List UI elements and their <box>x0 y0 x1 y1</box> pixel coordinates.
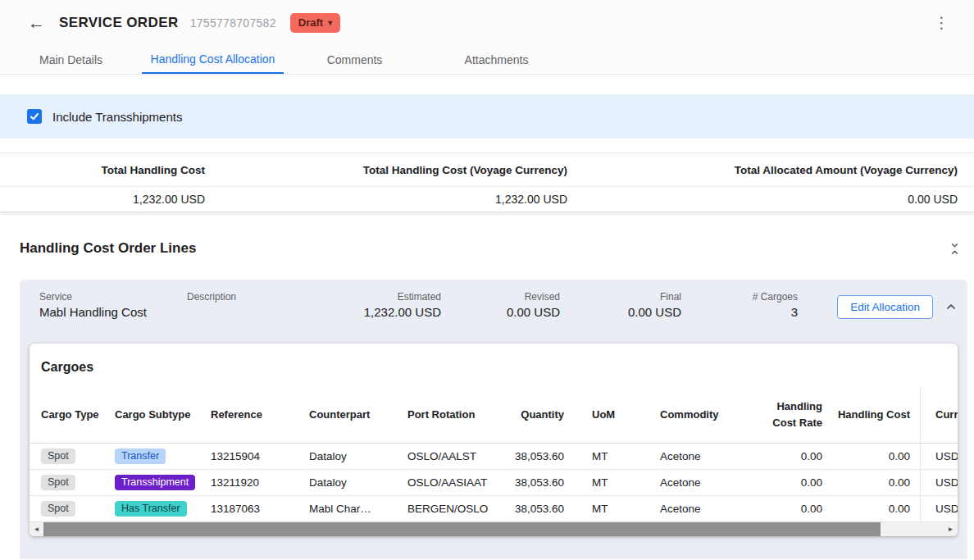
cell-reference: 13215904 <box>211 450 309 462</box>
cell-commodity: Acetone <box>660 450 767 462</box>
scroll-left-arrow-icon[interactable]: ◄ <box>30 522 43 536</box>
cell-cargo-type: Spot <box>41 448 115 464</box>
field-description-label: Description <box>187 291 326 303</box>
table-row[interactable]: Spot Has Transfer 13187063 Mabl Char… BE… <box>30 496 958 522</box>
tab-comments[interactable]: Comments <box>284 45 426 74</box>
cargoes-title: Cargoes <box>30 344 958 375</box>
cargo-subtype-badge: Transfer <box>115 448 166 464</box>
cell-quantity: 38,053.60 <box>506 450 578 462</box>
cell-handling-cost: 0.00 <box>832 450 920 462</box>
cell-cargo-type: Spot <box>41 501 115 517</box>
cell-handling-cost: 0.00 <box>832 476 920 489</box>
edit-allocation-button[interactable]: Edit Allocation <box>837 295 933 319</box>
cell-cargo-subtype: Has Transfer <box>115 501 211 517</box>
cell-port-rotation: OSLO/AALST <box>407 450 506 462</box>
col-quantity: Quantity <box>506 386 578 443</box>
order-line-header: Service Mabl Handling Cost Description E… <box>20 280 967 334</box>
cell-handling-cost-rate: 0.00 <box>767 503 832 515</box>
tab-attachments[interactable]: Attachments <box>426 45 567 74</box>
cell-counterpart: Dataloy <box>309 476 407 489</box>
include-transshipments-label: Include Transshipments <box>52 110 182 124</box>
cell-reference: 13211920 <box>211 476 309 489</box>
scroll-right-arrow-icon[interactable]: ► <box>944 522 958 536</box>
include-transshipments-bar: Include Transshipments <box>0 94 974 139</box>
field-num-cargoes-label: # Cargoes <box>681 291 798 303</box>
cell-port-rotation: OSLO/AASIAAT <box>407 476 506 489</box>
field-estimated: Estimated 1,232.00 USD <box>326 280 441 334</box>
include-transshipments-checkbox[interactable] <box>27 109 42 124</box>
order-lines-section-title: Handling Cost Order Lines <box>20 240 196 257</box>
field-estimated-label: Estimated <box>326 291 441 303</box>
cell-quantity: 38,053.60 <box>506 503 578 515</box>
summary-header-total-handling-cost-voyage: Total Handling Cost (Voyage Currency) <box>218 153 579 186</box>
cargoes-table-viewport: Cargo Type Cargo Subtype Reference Count… <box>30 386 958 522</box>
app-header: ← SERVICE ORDER 1755778707582 Draft ▾ ⋮ … <box>0 0 974 75</box>
cell-handling-cost: 0.00 <box>832 503 920 515</box>
cell-counterpart: Mabl Char… <box>309 503 407 515</box>
cell-currency: USD <box>920 444 958 469</box>
cell-commodity: Acetone <box>660 503 767 515</box>
field-service: Service Mabl Handling Cost <box>39 280 187 334</box>
summary-header-total-allocated-voyage: Total Allocated Amount (Voyage Currency) <box>579 153 974 186</box>
cell-uom: MT <box>578 450 660 462</box>
table-row[interactable]: Spot Transfer 13215904 Dataloy OSLO/AALS… <box>30 444 958 470</box>
field-revised: Revised 0.00 USD <box>441 280 560 334</box>
cargo-type-badge: Spot <box>41 448 75 464</box>
field-revised-value: 0.00 USD <box>441 305 560 319</box>
cell-handling-cost-rate: 0.00 <box>767 476 832 489</box>
summary-value-total-handling-cost-voyage: 1,232.00 USD <box>218 187 579 212</box>
cargo-type-badge: Spot <box>41 501 75 517</box>
collapse-all-icon[interactable] <box>949 243 961 255</box>
header-top: ← SERVICE ORDER 1755778707582 Draft ▾ ⋮ <box>0 0 974 45</box>
cell-currency: USD <box>920 470 958 495</box>
cell-counterpart: Dataloy <box>309 450 407 462</box>
cell-uom: MT <box>578 476 660 489</box>
cargoes-table-header: Cargo Type Cargo Subtype Reference Count… <box>30 386 958 444</box>
back-arrow-icon[interactable]: ← <box>28 14 45 31</box>
col-handling-cost-rate: Handling Cost Rate <box>767 386 832 443</box>
status-badge[interactable]: Draft ▾ <box>290 13 340 33</box>
summary-header-total-handling-cost: Total Handling Cost <box>0 153 218 186</box>
table-row[interactable]: Spot Transshipment 13211920 Dataloy OSLO… <box>30 470 958 496</box>
tab-main-details[interactable]: Main Details <box>0 45 142 74</box>
field-revised-label: Revised <box>441 291 560 303</box>
summary-header-row: Total Handling Cost Total Handling Cost … <box>0 153 974 187</box>
page-title: SERVICE ORDER <box>59 15 179 31</box>
kebab-menu-icon[interactable]: ⋮ <box>929 13 954 32</box>
cell-port-rotation: BERGEN/OSLO <box>407 503 506 515</box>
cell-currency: USD <box>920 496 958 521</box>
field-num-cargoes: # Cargoes 3 <box>681 280 798 334</box>
field-final-label: Final <box>560 291 681 303</box>
tab-bar: Main Details Handling Cost Allocation Co… <box>0 45 974 74</box>
col-handling-cost: Handling Cost <box>832 386 920 443</box>
tab-handling-cost-allocation[interactable]: Handling Cost Allocation <box>142 45 284 74</box>
cargoes-card: Cargoes Cargo Type Cargo Subtype Referen… <box>30 344 958 536</box>
scrollbar-thumb[interactable] <box>43 522 881 536</box>
col-port-rotation: Port Rotation <box>407 386 506 443</box>
cell-uom: MT <box>578 503 660 515</box>
field-description: Description <box>187 280 326 334</box>
check-icon <box>30 112 39 121</box>
summary-value-total-allocated-voyage: 0.00 USD <box>579 187 974 212</box>
caret-down-icon: ▾ <box>328 18 332 27</box>
cargo-type-badge: Spot <box>41 475 75 490</box>
cell-commodity: Acetone <box>660 476 767 489</box>
field-final: Final 0.00 USD <box>560 280 681 334</box>
horizontal-scrollbar[interactable]: ◄ ► <box>30 522 958 536</box>
col-uom: UoM <box>578 386 660 443</box>
scrollbar-track[interactable] <box>43 522 944 536</box>
cell-cargo-type: Spot <box>41 475 115 490</box>
chevron-up-icon[interactable] <box>944 300 958 313</box>
field-service-value: Mabl Handling Cost <box>39 305 187 319</box>
col-reference: Reference <box>211 386 309 443</box>
col-cargo-subtype: Cargo Subtype <box>115 386 211 443</box>
field-estimated-value: 1,232.00 USD <box>326 305 441 319</box>
field-final-value: 0.00 USD <box>560 305 681 319</box>
order-number: 1755778707582 <box>190 16 276 30</box>
summary-value-row: 1,232.00 USD 1,232.00 USD 0.00 USD <box>0 187 974 212</box>
handling-cost-summary-table: Total Handling Cost Total Handling Cost … <box>0 153 974 212</box>
status-badge-label: Draft <box>298 16 323 29</box>
summary-value-total-handling-cost: 1,232.00 USD <box>0 187 218 212</box>
cell-reference: 13187063 <box>211 503 309 515</box>
cargoes-table: Cargo Type Cargo Subtype Reference Count… <box>30 386 958 522</box>
